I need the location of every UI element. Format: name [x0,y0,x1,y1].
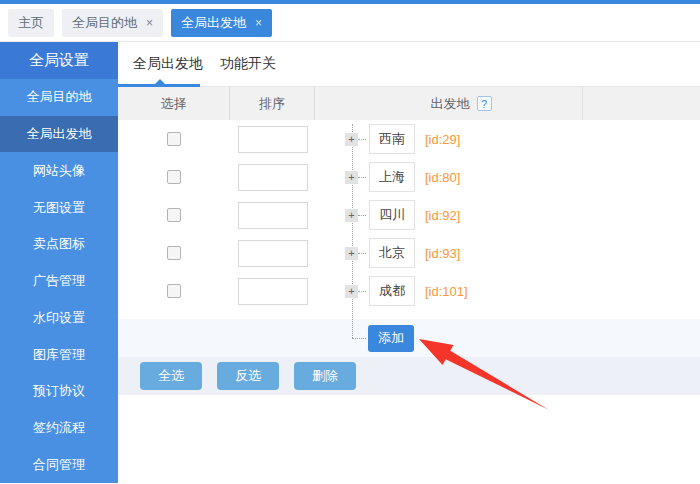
active-tab-underline [118,84,200,87]
top-tab[interactable]: 全局目的地 × [62,9,163,37]
table-row: + 上海 [id:80] [118,158,700,196]
row-id-label: [id:29] [425,132,460,147]
departure-name[interactable]: 西南 [369,124,415,154]
tree-connector [358,215,366,216]
sort-cell [230,202,315,229]
action-button[interactable]: 全选 [140,362,202,390]
content-tab-bar: 全局出发地功能开关 [118,42,700,87]
bottom-whitespace [118,395,700,483]
column-header-departure: 出发地 ? [315,87,583,120]
expand-icon[interactable]: + [345,133,358,146]
content-tab[interactable]: 功能开关 [220,55,276,73]
tree-line-corner [352,338,366,339]
departure-name[interactable]: 成都 [369,276,415,306]
sort-cell [230,126,315,153]
tree-connector [358,177,366,178]
column-header-sort: 排序 [230,87,315,120]
row-spacer [118,310,700,319]
departure-name[interactable]: 四川 [369,200,415,230]
departure-cell: + 西南 [id:29] [315,124,700,154]
sidebar: 全局设置 全局目的地全局出发地网站头像无图设置卖点图标广告管理水印设置图库管理预… [0,42,118,483]
sort-input[interactable] [238,278,308,305]
row-checkbox[interactable] [167,132,181,146]
expand-icon[interactable]: + [345,171,358,184]
table-row: + 北京 [id:93] [118,234,700,272]
departure-name[interactable]: 上海 [369,162,415,192]
top-tab-label: 主页 [18,14,44,32]
content-panel: 全局出发地功能开关 选择 排序 出发地 ? + 西南 [id:29] [118,42,700,483]
tree-connector [358,291,366,292]
table-body: + 西南 [id:29] + 上海 [id:80] + 四川 [id:92 [118,120,700,357]
departure-cell: + 成都 [id:101] [315,276,700,306]
sidebar-header: 全局设置 [0,42,118,79]
row-checkbox[interactable] [167,170,181,184]
help-icon[interactable]: ? [477,96,492,111]
departure-cell: + 北京 [id:93] [315,238,700,268]
close-icon[interactable]: × [146,16,153,30]
tree-connector [358,139,366,140]
sidebar-item[interactable]: 图库管理 [0,336,118,373]
sidebar-item[interactable]: 广告管理 [0,263,118,300]
table-row: + 西南 [id:29] [118,120,700,158]
top-tab-label: 全局出发地 [181,14,246,32]
sidebar-item[interactable]: 卖点图标 [0,226,118,263]
departure-cell: + 四川 [id:92] [315,200,700,230]
select-cell [118,246,230,260]
expand-icon[interactable]: + [345,247,358,260]
row-checkbox[interactable] [167,284,181,298]
sidebar-list: 全局目的地全局出发地网站头像无图设置卖点图标广告管理水印设置图库管理预订协议签约… [0,79,118,483]
row-id-label: [id:92] [425,208,460,223]
departure-cell: + 上海 [id:80] [315,162,700,192]
sidebar-item[interactable]: 全局目的地 [0,79,118,116]
tab-bar: 主页 全局目的地 × 全局出发地 × [0,4,700,42]
rows-container: + 西南 [id:29] + 上海 [id:80] + 四川 [id:92 [118,120,700,310]
sidebar-item[interactable]: 预订协议 [0,373,118,410]
sidebar-item[interactable]: 无图设置 [0,189,118,226]
table-row: + 四川 [id:92] [118,196,700,234]
sort-input[interactable] [238,240,308,267]
row-checkbox[interactable] [167,246,181,260]
table-header: 选择 排序 出发地 ? [118,87,700,120]
sidebar-item[interactable]: 全局出发地 [0,116,118,153]
select-cell [118,170,230,184]
top-tab-label: 全局目的地 [72,14,137,32]
table-row: + 成都 [id:101] [118,272,700,310]
sort-input[interactable] [238,164,308,191]
top-tab[interactable]: 全局出发地 × [171,9,272,37]
select-cell [118,132,230,146]
sidebar-item[interactable]: 合同管理 [0,446,118,483]
departure-name[interactable]: 北京 [369,238,415,268]
active-tab-pointer [155,79,165,84]
select-cell [118,284,230,298]
sidebar-item[interactable]: 水印设置 [0,299,118,336]
row-id-label: [id:80] [425,170,460,185]
add-row-band: 添加 [118,319,700,357]
select-cell [118,208,230,222]
column-header-select: 选择 [118,87,230,120]
row-checkbox[interactable] [167,208,181,222]
sort-cell [230,278,315,305]
sort-cell [230,240,315,267]
add-button[interactable]: 添加 [368,325,414,352]
content-tab[interactable]: 全局出发地 [133,55,203,73]
expand-icon[interactable]: + [345,285,358,298]
action-button[interactable]: 删除 [294,362,356,390]
sort-input[interactable] [238,126,308,153]
sort-cell [230,164,315,191]
sidebar-item[interactable]: 网站头像 [0,152,118,189]
row-id-label: [id:101] [425,284,468,299]
action-button-band: 全选反选删除 [118,357,700,395]
expand-icon[interactable]: + [345,209,358,222]
sidebar-item[interactable]: 签约流程 [0,410,118,447]
column-header-departure-label: 出发地 [431,95,470,113]
top-tab[interactable]: 主页 [8,9,54,37]
sort-input[interactable] [238,202,308,229]
action-button[interactable]: 反选 [217,362,279,390]
row-id-label: [id:93] [425,246,460,261]
close-icon[interactable]: × [255,16,262,30]
tree-connector [358,253,366,254]
column-header-empty [583,87,700,120]
main-area: 全局设置 全局目的地全局出发地网站头像无图设置卖点图标广告管理水印设置图库管理预… [0,42,700,483]
